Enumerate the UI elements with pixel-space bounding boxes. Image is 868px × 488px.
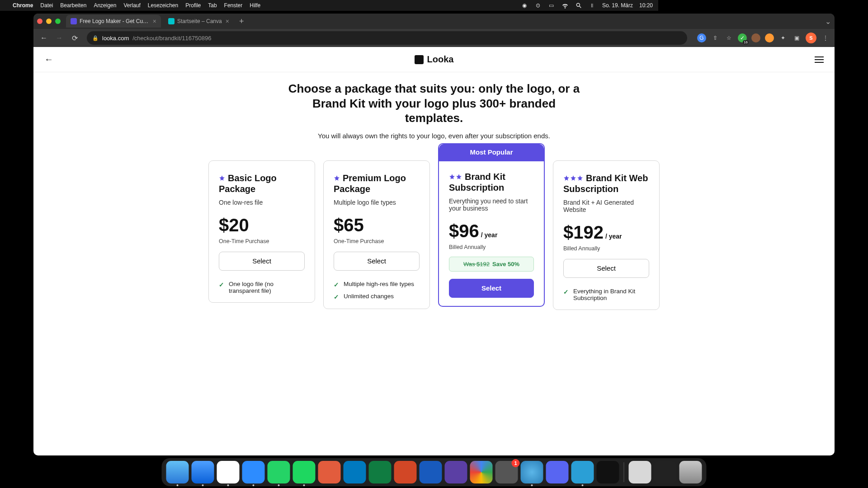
select-plan-button[interactable]: Select	[334, 252, 420, 271]
url-path: /checkout/brandkit/116750896	[132, 35, 211, 42]
pricing-plans: Basic Logo Package One low-res file $20 …	[65, 160, 658, 310]
pricing-plan: Most Popular Brand Kit Subscription Ever…	[438, 143, 545, 307]
plan-description: Everything you need to start your busine…	[449, 197, 534, 212]
plan-price: $192/ year	[563, 222, 649, 243]
feature-item: ✓Unlimited changes	[334, 293, 420, 300]
tab-title: Free Logo Maker - Get Custom	[80, 18, 149, 24]
page-content: Choose a package that suits you: only th…	[33, 72, 658, 310]
app-menu[interactable]: Chrome	[13, 2, 33, 9]
lock-icon: 🔒	[92, 35, 99, 41]
window-close-button[interactable]	[37, 19, 42, 24]
plan-price: $96/ year	[449, 221, 534, 241]
brand-logo[interactable]: Looka	[415, 54, 454, 65]
check-icon: ✓	[563, 288, 569, 296]
svg-point-0	[576, 3, 580, 6]
plan-features: ✓Multiple high-res file types✓Unlimited …	[334, 281, 420, 300]
battery-icon[interactable]: ▭	[548, 2, 555, 9]
close-tab-icon[interactable]: ×	[226, 18, 229, 25]
feature-item: ✓One logo file (no transparent file)	[219, 281, 305, 294]
tab-strip: Free Logo Maker - Get Custom × Startseit…	[33, 14, 658, 29]
window-minimize-button[interactable]	[46, 19, 52, 24]
window-zoom-button[interactable]	[55, 19, 61, 24]
favicon-icon	[168, 18, 175, 24]
plan-name: Brand Kit Web Subscription	[563, 173, 649, 194]
page-viewport: ← Looka Choose a package that suits you:…	[33, 47, 658, 369]
menu-profile[interactable]: Profile	[185, 2, 201, 9]
close-tab-icon[interactable]: ×	[153, 18, 156, 25]
select-plan-button[interactable]: Select	[449, 279, 534, 298]
menu-tab[interactable]: Tab	[208, 2, 217, 9]
check-icon: ✓	[219, 281, 224, 288]
plan-features: ✓Everything in Brand Kit Subscription	[563, 288, 649, 301]
plan-price: $20	[219, 215, 305, 235]
plan-note: Billed Annually	[563, 245, 649, 252]
menubar-time[interactable]: 10:20	[639, 2, 653, 9]
savings-badge: Was $192Save 50%	[449, 257, 534, 272]
reload-button[interactable]: ⟳	[69, 32, 80, 44]
mac-menubar: Chrome Datei Bearbeiten Anzeigen Verlauf…	[0, 0, 658, 11]
browser-window: Free Logo Maker - Get Custom × Startseit…	[33, 14, 658, 369]
record-icon[interactable]: ◉	[521, 2, 528, 9]
menu-verlauf[interactable]: Verlauf	[123, 2, 140, 9]
page-subcopy: You will always own the rights to your l…	[65, 132, 658, 140]
plan-description: Brand Kit + AI Generated Website	[563, 199, 649, 213]
select-plan-button[interactable]: Select	[563, 259, 649, 278]
page-back-button[interactable]: ←	[44, 54, 53, 65]
plan-description: One low-res file	[219, 199, 305, 206]
feature-item: ✓Multiple high-res file types	[334, 281, 420, 288]
menu-datei[interactable]: Datei	[40, 2, 53, 9]
pricing-plan: Basic Logo Package One low-res file $20 …	[208, 160, 315, 303]
tab-inactive[interactable]: Startseite – Canva ×	[164, 15, 234, 28]
search-icon[interactable]	[575, 2, 582, 9]
page-header: ← Looka	[33, 47, 658, 72]
feature-item: ✓Everything in Brand Kit Subscription	[563, 288, 649, 301]
plan-description: Multiple logo file types	[334, 199, 420, 206]
star-icon	[563, 175, 583, 181]
wifi-icon[interactable]	[561, 2, 569, 9]
star-icon	[449, 174, 462, 180]
menu-lesezeichen[interactable]: Lesezeichen	[148, 2, 178, 9]
tab-title: Startseite – Canva	[177, 18, 222, 24]
plan-price: $65	[334, 215, 420, 235]
browser-toolbar: ← → ⟳ 🔒 looka.com/checkout/brandkit/1167…	[33, 29, 658, 47]
plan-note: One-Time Purchase	[334, 238, 420, 244]
menu-bearbeiten[interactable]: Bearbeiten	[60, 2, 86, 9]
url-host: looka.com	[102, 35, 129, 42]
plan-note: One-Time Purchase	[219, 238, 305, 244]
plan-features: ✓One logo file (no transparent file)	[219, 281, 305, 294]
popular-badge: Most Popular	[439, 144, 544, 161]
svg-line-1	[580, 6, 581, 8]
favicon-icon	[71, 18, 77, 24]
plan-name: Brand Kit Subscription	[449, 171, 534, 193]
control-center-icon[interactable]: ⫴	[589, 2, 596, 9]
plan-note: Billed Annually	[449, 244, 534, 250]
brand-name: Looka	[427, 54, 454, 65]
star-icon	[219, 175, 225, 181]
screen-record-icon[interactable]: ⊙	[534, 2, 542, 9]
pricing-plan: Brand Kit Web Subscription Brand Kit + A…	[553, 160, 658, 310]
star-icon	[334, 175, 340, 181]
check-icon: ✓	[334, 293, 339, 300]
menu-hilfe[interactable]: Hilfe	[250, 2, 260, 9]
address-bar[interactable]: 🔒 looka.com/checkout/brandkit/116750896	[87, 31, 658, 45]
menu-fenster[interactable]: Fenster	[224, 2, 243, 9]
back-button[interactable]: ←	[38, 32, 50, 44]
plan-name: Premium Logo Package	[334, 173, 420, 194]
new-tab-button[interactable]: +	[236, 17, 247, 26]
plan-name: Basic Logo Package	[219, 173, 305, 194]
select-plan-button[interactable]: Select	[219, 252, 305, 271]
menubar-date[interactable]: So. 19. März	[602, 2, 633, 9]
tab-active[interactable]: Free Logo Maker - Get Custom ×	[66, 15, 161, 28]
pricing-plan: Premium Logo Package Multiple logo file …	[323, 160, 430, 309]
check-icon: ✓	[334, 281, 339, 288]
menu-anzeigen[interactable]: Anzeigen	[94, 2, 116, 9]
page-headline: Choose a package that suits you: only th…	[285, 81, 583, 126]
looka-logo-icon	[415, 55, 424, 64]
forward-button[interactable]: →	[53, 32, 65, 44]
